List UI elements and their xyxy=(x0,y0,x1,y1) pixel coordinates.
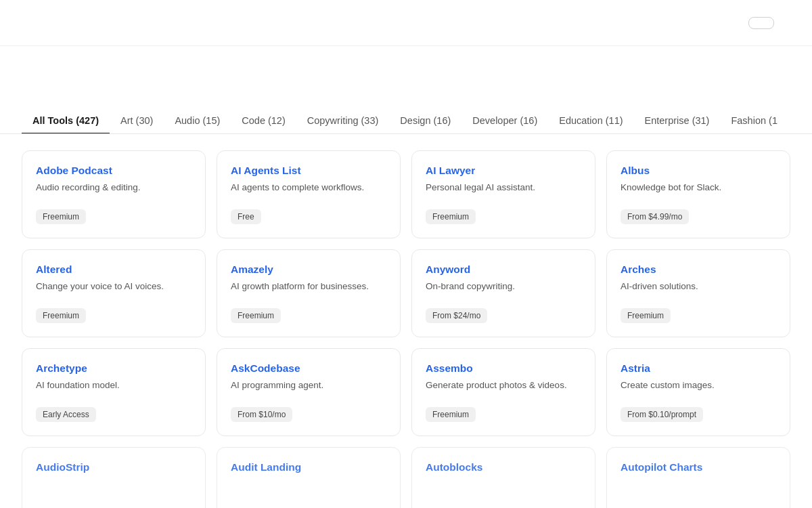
tab-5[interactable]: Design (16) xyxy=(389,108,461,134)
card-title-0: Adobe Podcast xyxy=(36,165,191,177)
card-title-7: Arches xyxy=(621,263,776,276)
card-badge-5: Freemium xyxy=(231,308,281,323)
tool-card-3[interactable]: AlbusKnowledge bot for Slack.From $4.99/… xyxy=(606,150,790,238)
tool-card-11[interactable]: AstriaCreate custom images.From $0.10/pr… xyxy=(606,348,790,436)
card-desc-5: AI growth platform for businesses. xyxy=(231,281,386,299)
card-desc-13 xyxy=(231,479,386,508)
card-title-3: Albus xyxy=(621,165,776,177)
card-badge-7: Freemium xyxy=(621,308,671,323)
card-desc-12 xyxy=(36,479,191,508)
tool-card-0[interactable]: Adobe PodcastAudio recording & editing.F… xyxy=(22,150,206,238)
tool-card-9[interactable]: AskCodebaseAI programming agent.From $10… xyxy=(217,348,401,436)
card-badge-6: From $24/mo xyxy=(426,308,487,323)
card-desc-9: AI programming agent. xyxy=(231,380,386,398)
card-title-4: Altered xyxy=(36,263,191,276)
hero-section xyxy=(0,46,812,92)
tool-card-14[interactable]: Autoblocks xyxy=(411,447,595,508)
tool-card-10[interactable]: AssemboGenerate product photos & videos.… xyxy=(411,348,595,436)
tabs-wrapper: All Tools (427)Art (30)Audio (15)Code (1… xyxy=(0,92,812,134)
header-right xyxy=(748,17,790,29)
category-tabs: All Tools (427)Art (30)Audio (15)Code (1… xyxy=(22,108,788,133)
tool-card-8[interactable]: ArchetypeAI foundation model.Early Acces… xyxy=(22,348,206,436)
card-title-2: AI Lawyer xyxy=(426,165,581,177)
tab-6[interactable]: Developer (16) xyxy=(461,108,548,134)
card-desc-4: Change your voice to AI voices. xyxy=(36,281,191,299)
card-badge-1: Free xyxy=(231,209,261,224)
tab-3[interactable]: Code (12) xyxy=(231,108,296,134)
card-desc-14 xyxy=(426,479,581,508)
card-title-1: AI Agents List xyxy=(231,165,386,177)
tools-grid: Adobe PodcastAudio recording & editing.F… xyxy=(0,134,812,508)
card-title-10: Assembo xyxy=(426,362,581,375)
tool-card-12[interactable]: AudioStrip xyxy=(22,447,206,508)
tab-9[interactable]: Fashion (1 xyxy=(720,108,788,134)
card-desc-3: Knowledge bot for Slack. xyxy=(621,182,776,200)
tool-card-2[interactable]: AI LawyerPersonal legal AI assistant.Fre… xyxy=(411,150,595,238)
tab-1[interactable]: Art (30) xyxy=(110,108,164,134)
card-badge-2: Freemium xyxy=(426,209,476,224)
tool-card-1[interactable]: AI Agents ListAI agents to complete work… xyxy=(217,150,401,238)
tab-8[interactable]: Enterprise (31) xyxy=(634,108,721,134)
tab-4[interactable]: Copywriting (33) xyxy=(296,108,390,134)
card-title-13: Audit Landing xyxy=(231,461,386,473)
card-title-9: AskCodebase xyxy=(231,362,386,375)
card-badge-4: Freemium xyxy=(36,308,86,323)
card-desc-1: AI agents to complete workflows. xyxy=(231,182,386,200)
card-badge-10: Freemium xyxy=(426,407,476,422)
tool-card-5[interactable]: AmazelyAI growth platform for businesses… xyxy=(217,249,401,337)
tool-card-7[interactable]: ArchesAI-driven solutions.Freemium xyxy=(606,249,790,337)
card-title-14: Autoblocks xyxy=(426,461,581,473)
card-title-15: Autopilot Charts xyxy=(621,461,776,473)
tab-7[interactable]: Education (11) xyxy=(548,108,633,134)
card-desc-11: Create custom images. xyxy=(621,380,776,398)
card-badge-9: From $10/mo xyxy=(231,407,292,422)
header xyxy=(0,0,812,46)
card-title-6: Anyword xyxy=(426,263,581,276)
tool-card-13[interactable]: Audit Landing xyxy=(217,447,401,508)
card-title-11: Astria xyxy=(621,362,776,375)
card-desc-0: Audio recording & editing. xyxy=(36,182,191,200)
submit-tool-button[interactable] xyxy=(748,17,774,29)
tool-card-4[interactable]: AlteredChange your voice to AI voices.Fr… xyxy=(22,249,206,337)
tool-card-6[interactable]: AnywordOn-brand copywriting.From $24/mo xyxy=(411,249,595,337)
card-badge-3: From $4.99/mo xyxy=(621,209,689,224)
card-title-5: Amazely xyxy=(231,263,386,276)
card-desc-8: AI foundation model. xyxy=(36,380,191,398)
tab-0[interactable]: All Tools (427) xyxy=(22,108,110,134)
tab-2[interactable]: Audio (15) xyxy=(164,108,231,134)
card-title-12: AudioStrip xyxy=(36,461,191,473)
card-desc-7: AI-driven solutions. xyxy=(621,281,776,299)
theme-toggle-button[interactable] xyxy=(782,19,790,27)
card-badge-11: From $0.10/prompt xyxy=(621,407,703,422)
card-badge-0: Freemium xyxy=(36,209,86,224)
card-desc-10: Generate product photos & videos. xyxy=(426,380,581,398)
card-desc-15 xyxy=(621,479,776,508)
card-title-8: Archetype xyxy=(36,362,191,375)
card-desc-6: On-brand copywriting. xyxy=(426,281,581,299)
card-badge-8: Early Access xyxy=(36,407,96,422)
tool-card-15[interactable]: Autopilot Charts xyxy=(606,447,790,508)
card-desc-2: Personal legal AI assistant. xyxy=(426,182,581,200)
